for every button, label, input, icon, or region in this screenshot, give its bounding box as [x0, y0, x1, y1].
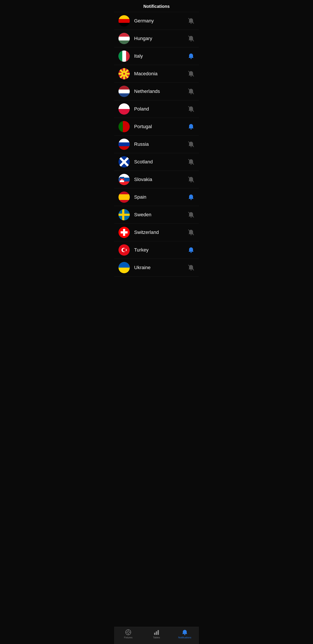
notification-bell[interactable]	[188, 246, 195, 254]
svg-point-88	[191, 252, 192, 253]
tab-bar: Fixtures Tables Notifications	[114, 627, 199, 644]
tab-tables-label: Tables	[153, 636, 160, 639]
country-flag	[118, 103, 130, 115]
svg-rect-36	[118, 103, 130, 109]
country-name: Hungary	[134, 36, 188, 41]
svg-point-37	[191, 111, 192, 112]
country-flag	[118, 192, 130, 203]
list-item[interactable]: Poland	[114, 100, 199, 118]
list-item[interactable]: Macedonia	[114, 65, 199, 83]
svg-point-73	[191, 217, 192, 218]
svg-point-103	[184, 634, 185, 635]
svg-point-5	[191, 23, 192, 24]
country-flag	[118, 209, 130, 220]
country-flag	[118, 50, 130, 62]
country-name: Turkey	[134, 247, 188, 253]
fixtures-icon	[125, 629, 131, 635]
svg-point-32	[191, 93, 192, 94]
country-name: Netherlands	[134, 88, 188, 94]
tab-tables[interactable]: Tables	[142, 629, 171, 639]
list-item[interactable]: Hungary	[114, 30, 199, 48]
tables-icon	[153, 629, 160, 635]
country-flag	[118, 227, 130, 238]
notification-bell[interactable]	[188, 211, 195, 218]
country-list: Germany Hungary	[114, 12, 199, 294]
country-name: Ukraine	[134, 265, 188, 270]
notification-bell[interactable]	[188, 229, 195, 236]
svg-rect-100	[154, 633, 155, 635]
list-item[interactable]: Scotland	[114, 153, 199, 171]
svg-point-42	[191, 128, 192, 130]
country-name: Switzerland	[134, 230, 188, 235]
svg-point-11	[191, 40, 192, 42]
svg-rect-91	[118, 262, 130, 268]
notification-bell[interactable]	[188, 88, 195, 95]
list-item[interactable]: Portugal	[114, 118, 199, 136]
list-item[interactable]: Netherlands	[114, 83, 199, 100]
svg-point-62	[121, 179, 123, 180]
svg-point-92	[191, 270, 192, 271]
svg-point-17	[191, 58, 192, 59]
notification-bell[interactable]	[188, 264, 195, 271]
svg-point-26	[191, 76, 192, 77]
country-flag	[118, 15, 130, 26]
tab-fixtures[interactable]: Fixtures	[114, 629, 142, 639]
list-item[interactable]: Turkey	[114, 241, 199, 259]
svg-rect-102	[158, 630, 159, 635]
country-name: Sweden	[134, 212, 188, 218]
notification-bell[interactable]	[188, 70, 195, 77]
list-item[interactable]: Ukraine	[114, 259, 199, 276]
country-flag	[118, 244, 130, 256]
tab-notifications[interactable]: Notifications	[171, 629, 199, 639]
country-flag	[118, 68, 130, 80]
list-item[interactable]: Italy	[114, 48, 199, 65]
list-item[interactable]: Sweden	[114, 206, 199, 224]
notification-bell[interactable]	[188, 141, 195, 148]
notification-bell[interactable]	[188, 123, 195, 130]
list-item[interactable]: Switzerland	[114, 224, 199, 241]
list-item[interactable]: Slovakia	[114, 171, 199, 188]
notification-bell[interactable]	[188, 106, 195, 112]
list-item[interactable]: Germany	[114, 12, 199, 30]
svg-rect-41	[118, 121, 123, 132]
svg-point-95	[127, 631, 129, 633]
country-flag	[118, 86, 130, 97]
country-flag	[118, 156, 130, 168]
svg-rect-72	[122, 209, 124, 220]
page-title: Notifications	[118, 4, 195, 9]
svg-point-53	[191, 164, 192, 165]
notification-bell[interactable]	[188, 35, 195, 42]
country-flag	[118, 138, 130, 150]
tab-fixtures-label: Fixtures	[124, 636, 132, 639]
notification-bell[interactable]	[188, 194, 195, 200]
notification-bell[interactable]	[188, 176, 195, 183]
country-flag	[118, 33, 130, 44]
country-name: Italy	[134, 53, 188, 59]
svg-rect-78	[121, 231, 128, 234]
country-name: Russia	[134, 142, 188, 147]
svg-point-68	[191, 199, 192, 200]
country-name: Slovakia	[134, 177, 188, 182]
country-name: Poland	[134, 106, 188, 112]
list-item[interactable]: Spain	[114, 188, 199, 206]
country-name: Portugal	[134, 124, 188, 130]
svg-rect-16	[118, 50, 122, 62]
svg-rect-10	[118, 33, 130, 37]
svg-point-63	[191, 182, 192, 182]
page-header: Notifications	[114, 0, 199, 12]
notification-bell[interactable]	[188, 158, 195, 165]
tab-notifications-label: Notifications	[178, 636, 191, 639]
svg-rect-101	[156, 632, 157, 635]
svg-rect-46	[118, 138, 130, 142]
notification-bell[interactable]	[188, 18, 195, 24]
notification-bell[interactable]	[188, 53, 195, 60]
svg-rect-4	[118, 15, 130, 19]
country-flag	[118, 174, 130, 185]
svg-rect-31	[118, 86, 130, 90]
country-flag	[118, 262, 130, 273]
svg-point-47	[191, 146, 192, 147]
svg-point-25	[123, 73, 125, 75]
svg-rect-67	[118, 194, 130, 200]
country-flag	[118, 121, 130, 132]
list-item[interactable]: Russia	[114, 136, 199, 153]
